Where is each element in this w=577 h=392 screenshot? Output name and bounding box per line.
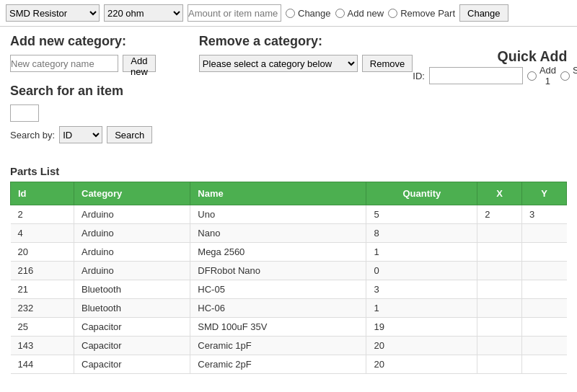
table-row: 216 Arduino DFRobot Nano 0 bbox=[11, 262, 567, 280]
quick-add-id-input[interactable] bbox=[429, 67, 523, 84]
remove-category-section: Remove a category: Please select a categ… bbox=[199, 34, 413, 72]
cell-category: Bluetooth bbox=[74, 280, 190, 299]
radio-add-new[interactable] bbox=[335, 9, 345, 18]
cell-name: DFRobot Nano bbox=[190, 262, 366, 280]
cell-y bbox=[522, 243, 567, 262]
remove-button[interactable]: Remove bbox=[362, 55, 413, 72]
cell-y bbox=[522, 337, 567, 355]
remove-category-select[interactable]: Please select a category below bbox=[199, 55, 358, 72]
add-category-section: Add new category: Add new bbox=[10, 34, 156, 72]
cell-quantity: 8 bbox=[366, 224, 477, 243]
cell-name: Ceramic 1pF bbox=[190, 337, 366, 355]
add-new-radio-group: Add new bbox=[335, 8, 384, 19]
cell-name: SMD 100uF 35V bbox=[190, 318, 366, 337]
search-button[interactable]: Search bbox=[107, 126, 152, 143]
category-select[interactable]: SMD Resistor Arduino Bluetooth Capacitor bbox=[6, 4, 100, 22]
value-select[interactable]: 220 ohm 100 ohm 10k ohm bbox=[104, 4, 183, 22]
parts-list-heading: Parts List bbox=[10, 165, 567, 177]
category-sections: Add new category: Add new Remove a categ… bbox=[10, 34, 413, 72]
cell-category: Bluetooth bbox=[74, 299, 190, 318]
cell-category: Arduino bbox=[74, 262, 190, 280]
cell-id: 21 bbox=[11, 280, 74, 299]
table-row: 25 Capacitor SMD 100uF 35V 19 bbox=[11, 318, 567, 337]
quick-add-section: Quick Add ID: Add 1 Subtract 1 Quick Add bbox=[413, 34, 577, 151]
cell-x bbox=[477, 262, 522, 280]
search-input[interactable] bbox=[10, 104, 39, 122]
cell-y bbox=[522, 262, 567, 280]
cell-category: Capacitor bbox=[74, 318, 190, 337]
radio-change-label: Change bbox=[298, 8, 331, 19]
col-quantity: Quantity bbox=[366, 182, 477, 205]
cell-y bbox=[522, 318, 567, 337]
radio-remove-part[interactable] bbox=[388, 9, 397, 18]
main-content: Add new category: Add new Remove a categ… bbox=[0, 27, 577, 381]
cell-id: 25 bbox=[11, 318, 74, 337]
radio-add1-label: Add 1 bbox=[539, 65, 556, 86]
cell-id: 4 bbox=[11, 224, 74, 243]
cell-id: 216 bbox=[11, 262, 74, 280]
search-section: Search for an item Search by: ID Name Ca… bbox=[10, 84, 413, 143]
col-category: Category bbox=[74, 182, 190, 205]
cell-category: Arduino bbox=[74, 205, 190, 224]
cell-y bbox=[522, 224, 567, 243]
cell-name: Nano bbox=[190, 224, 366, 243]
cell-y bbox=[522, 280, 567, 299]
radio-add-new-label: Add new bbox=[348, 8, 384, 19]
top-bar: SMD Resistor Arduino Bluetooth Capacitor… bbox=[0, 0, 577, 27]
add-category-heading: Add new category: bbox=[10, 34, 156, 49]
parts-list-section: Parts List Id Category Name Quantity X Y… bbox=[10, 165, 567, 374]
cell-id: 143 bbox=[11, 337, 74, 355]
cell-quantity: 1 bbox=[366, 243, 477, 262]
cell-category: Arduino bbox=[74, 224, 190, 243]
item-name-input[interactable] bbox=[188, 4, 281, 22]
cell-name: Mega 2560 bbox=[190, 243, 366, 262]
cell-category: Capacitor bbox=[74, 337, 190, 355]
new-category-input[interactable] bbox=[10, 55, 118, 72]
cell-id: 232 bbox=[11, 299, 74, 318]
quick-add-heading: Quick Add bbox=[413, 48, 577, 65]
cell-category: Capacitor bbox=[74, 355, 190, 374]
change-radio-group: Change bbox=[286, 8, 331, 19]
remove-part-radio-group: Remove Part bbox=[388, 8, 455, 19]
col-name: Name bbox=[190, 182, 366, 205]
search-by-select[interactable]: ID Name Category bbox=[59, 126, 102, 143]
cell-id: 2 bbox=[11, 205, 74, 224]
radio-subtract1[interactable] bbox=[560, 71, 570, 81]
cell-x bbox=[477, 243, 522, 262]
quick-add-id-label: ID: bbox=[413, 71, 425, 81]
table-header-row: Id Category Name Quantity X Y bbox=[11, 182, 567, 205]
cell-quantity: 20 bbox=[366, 355, 477, 374]
remove-category-heading: Remove a category: bbox=[199, 34, 413, 49]
change-button[interactable]: Change bbox=[459, 4, 508, 22]
table-row: 232 Bluetooth HC-06 1 bbox=[11, 299, 567, 318]
left-content: Add new category: Add new Remove a categ… bbox=[10, 34, 413, 151]
col-x: X bbox=[477, 182, 522, 205]
cell-name: Uno bbox=[190, 205, 366, 224]
top-content-area: Add new category: Add new Remove a categ… bbox=[10, 34, 567, 151]
table-row: 143 Capacitor Ceramic 1pF 20 bbox=[11, 337, 567, 355]
parts-table-body: 2 Arduino Uno 5 2 3 4 Arduino Nano 8 20 … bbox=[11, 205, 567, 374]
cell-name: Ceramic 2pF bbox=[190, 355, 366, 374]
cell-x bbox=[477, 299, 522, 318]
table-row: 2 Arduino Uno 5 2 3 bbox=[11, 205, 567, 224]
cell-x bbox=[477, 224, 522, 243]
table-row: 21 Bluetooth HC-05 3 bbox=[11, 280, 567, 299]
cell-quantity: 5 bbox=[366, 205, 477, 224]
parts-table: Id Category Name Quantity X Y 2 Arduino … bbox=[10, 182, 567, 374]
cell-category: Arduino bbox=[74, 243, 190, 262]
cell-quantity: 1 bbox=[366, 299, 477, 318]
cell-x bbox=[477, 318, 522, 337]
cell-x bbox=[477, 355, 522, 374]
cell-name: HC-06 bbox=[190, 299, 366, 318]
cell-id: 20 bbox=[11, 243, 74, 262]
add-new-button[interactable]: Add new bbox=[123, 55, 156, 72]
cell-quantity: 19 bbox=[366, 318, 477, 337]
radio-remove-part-label: Remove Part bbox=[400, 8, 455, 19]
radio-add1[interactable] bbox=[527, 71, 537, 81]
table-row: 144 Capacitor Ceramic 2pF 20 bbox=[11, 355, 567, 374]
cell-y bbox=[522, 355, 567, 374]
search-by-label: Search by: bbox=[10, 130, 55, 141]
cell-x: 2 bbox=[477, 205, 522, 224]
radio-change[interactable] bbox=[286, 9, 295, 18]
cell-quantity: 20 bbox=[366, 337, 477, 355]
